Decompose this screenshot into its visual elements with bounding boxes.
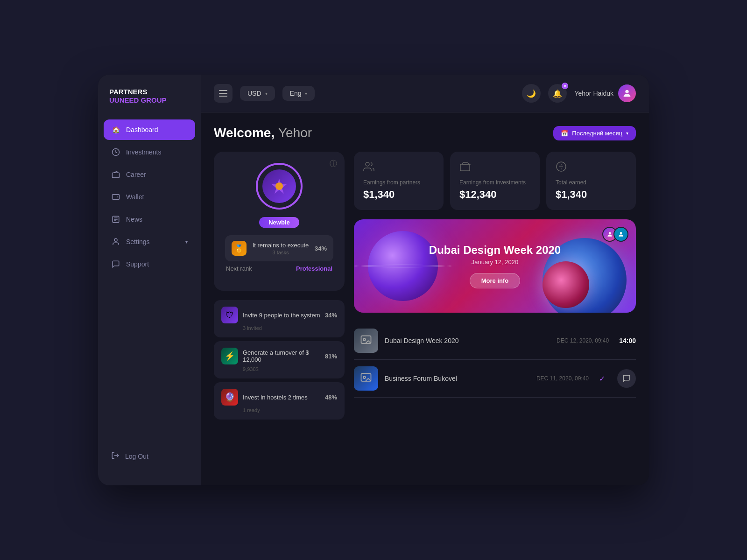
- task-title: It remains to execute: [251, 242, 310, 249]
- brand-line2: UUNEED GROUP: [109, 96, 190, 105]
- quest-sub: 9,930$: [221, 366, 337, 372]
- stats-row: Earnings from partners $1,340 Earnings f…: [354, 152, 636, 210]
- sidebar-item-label: Support: [126, 260, 149, 268]
- badge-label: Newbie: [259, 217, 299, 228]
- svg-rect-1: [113, 173, 120, 178]
- svg-rect-6: [219, 90, 227, 91]
- partners-icon: [363, 161, 434, 175]
- stat-value: $12,340: [459, 189, 530, 201]
- task-sub: 3 tasks: [251, 250, 310, 255]
- svg-point-4: [114, 238, 117, 241]
- info-button[interactable]: ⓘ: [330, 159, 337, 169]
- check-icon: ✓: [599, 374, 605, 383]
- sidebar-item-career[interactable]: Career: [104, 164, 195, 185]
- event-thumbnail: [354, 329, 378, 353]
- quest-list: 🛡 Invite 9 people to the system 34% 3 in…: [214, 300, 345, 420]
- badge-visual: [256, 163, 303, 210]
- dark-mode-button[interactable]: 🌙: [522, 84, 541, 103]
- sidebar-item-investments[interactable]: Investments: [104, 142, 195, 162]
- date-filter-label: Последний месяц: [572, 130, 622, 137]
- quest-sub: 3 invited: [221, 325, 337, 331]
- event-item: Business Forum Bukovel DEC 11, 2020, 09:…: [354, 360, 636, 398]
- avatar: [618, 84, 636, 102]
- task-percent: 34%: [315, 245, 327, 252]
- svg-point-16: [620, 232, 622, 234]
- hero-title: Dubai Design Week 2020: [429, 244, 561, 257]
- event-time: 14:00: [619, 337, 636, 344]
- sidebar-item-wallet[interactable]: Wallet: [104, 187, 195, 207]
- content-header: Welcome, Yehor 📅 Последний месяц ▾: [214, 126, 636, 140]
- menu-button[interactable]: [214, 84, 233, 103]
- logout-button[interactable]: Log Out: [104, 446, 195, 467]
- logout-label: Log Out: [125, 453, 148, 460]
- stat-label: Total earned: [556, 179, 627, 186]
- badge-card: ⓘ Newbie 🏅: [214, 152, 345, 291]
- currency-dropdown[interactable]: USD ▾: [240, 86, 275, 101]
- topbar-icons: 🌙 🔔 8 Yehor Haiduk: [522, 84, 636, 103]
- current-task: 🏅 It remains to execute 3 tasks 34%: [225, 235, 333, 261]
- event-name: Business Forum Bukovel: [385, 375, 530, 382]
- language-dropdown[interactable]: Eng ▾: [282, 86, 315, 101]
- sidebar-bottom: Log Out: [98, 440, 201, 472]
- hero-date: January 12, 2020: [429, 259, 561, 266]
- svg-rect-2: [113, 195, 120, 200]
- hero-content: Dubai Design Week 2020 January 12, 2020 …: [429, 244, 561, 288]
- support-icon: [111, 259, 120, 269]
- quest-icon: ⚡: [221, 348, 238, 364]
- sidebar-item-label: Career: [126, 171, 146, 178]
- sidebar-item-label: News: [126, 216, 142, 223]
- chevron-down-icon: ▾: [265, 91, 268, 96]
- svg-point-18: [363, 338, 366, 341]
- topbar: USD ▾ Eng ▾ 🌙 🔔 8 Yehor Haiduk: [201, 75, 649, 112]
- investments-stat-icon: [459, 161, 530, 175]
- quest-item: ⚡ Generate a turnover of $ 12,000 81% 9,…: [214, 341, 345, 378]
- sidebar-item-news[interactable]: News: [104, 209, 195, 230]
- chevron-down-icon: ▾: [305, 91, 307, 96]
- sidebar-item-settings[interactable]: Settings ▾: [104, 231, 195, 252]
- sidebar-item-label: Settings: [126, 238, 150, 245]
- settings-icon: [111, 237, 120, 246]
- home-icon: 🏠: [111, 125, 120, 134]
- sidebar-item-label: Wallet: [126, 193, 144, 201]
- moon-icon: 🌙: [527, 89, 536, 98]
- quest-percent: 48%: [325, 394, 337, 401]
- notifications-button[interactable]: 🔔 8: [548, 84, 567, 103]
- svg-point-9: [625, 90, 628, 93]
- event-datetime: DEC 11, 2020, 09:40: [536, 375, 589, 382]
- stat-card-investments: Earnings from investments $12,340: [450, 152, 540, 210]
- event-list: Dubai Design Week 2020 DEC 12, 2020, 09:…: [354, 322, 636, 398]
- event-thumbnail: [354, 366, 378, 391]
- task-icon: 🏅: [232, 241, 247, 256]
- nav-items: 🏠 Dashboard Investments Career Wallet: [98, 119, 201, 440]
- quest-item: 🔮 Invest in hostels 2 times 48% 1 ready: [214, 382, 345, 420]
- chat-button[interactable]: [617, 369, 636, 388]
- main-area: USD ▾ Eng ▾ 🌙 🔔 8 Yehor Haiduk: [201, 75, 649, 485]
- logout-icon: [111, 451, 120, 461]
- quest-title: Invite 9 people to the system: [243, 312, 320, 319]
- language-label: Eng: [290, 90, 302, 97]
- more-info-button[interactable]: More info: [470, 273, 521, 288]
- investments-icon: [111, 147, 120, 157]
- quest-sub: 1 ready: [221, 407, 337, 413]
- stat-value: $1,340: [363, 189, 434, 201]
- hero-banner: Dubai Design Week 2020 January 12, 2020 …: [354, 219, 636, 313]
- user-profile[interactable]: Yehor Haiduk: [574, 84, 636, 102]
- quest-item: 🛡 Invite 9 people to the system 34% 3 in…: [214, 300, 345, 337]
- badge-ring: [256, 163, 303, 210]
- sidebar-item-support[interactable]: Support: [104, 254, 195, 274]
- svg-point-20: [363, 376, 366, 378]
- sidebar-item-label: Investments: [126, 148, 161, 156]
- quest-percent: 34%: [325, 312, 337, 319]
- svg-point-12: [366, 162, 369, 166]
- news-icon: [111, 215, 120, 224]
- svg-rect-13: [460, 164, 470, 171]
- date-filter-button[interactable]: 📅 Последний месяц ▾: [553, 126, 636, 140]
- bell-icon: 🔔: [553, 89, 562, 98]
- chevron-down-icon: ▾: [626, 131, 628, 136]
- stat-card-total: Total earned $1,340: [546, 152, 636, 210]
- hero-avatar: [613, 227, 628, 242]
- chevron-down-icon: ▾: [185, 239, 188, 245]
- sidebar-item-dashboard[interactable]: 🏠 Dashboard: [104, 119, 195, 140]
- event-datetime: DEC 12, 2020, 09:40: [557, 337, 609, 344]
- left-column: ⓘ Newbie 🏅: [214, 152, 345, 420]
